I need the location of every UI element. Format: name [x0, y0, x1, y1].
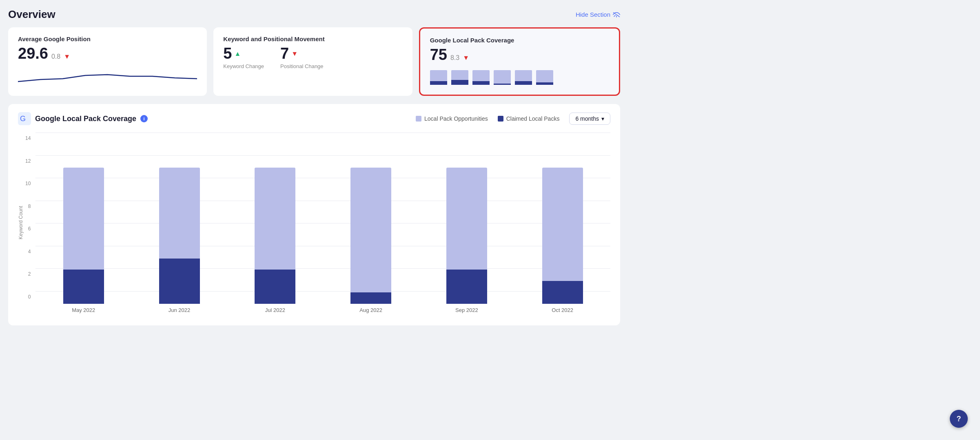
avg-google-position-card: Average Google Position 29.6 0.8 ▼ [8, 27, 207, 96]
y-axis-label: 12 [25, 157, 31, 165]
mini-bar-group [451, 70, 468, 85]
mini-bar-group [515, 70, 532, 85]
x-labels: May 2022Jun 2022Jul 2022Aug 2022Sep 2022… [35, 304, 610, 313]
bars-row [35, 133, 610, 304]
local-pack-coverage-change: 8.3 [450, 54, 459, 62]
chart-area: May 2022Jun 2022Jul 2022Aug 2022Sep 2022… [35, 133, 610, 313]
mini-bar-bottom [536, 82, 553, 85]
bar-stack [255, 168, 295, 304]
hide-icon [613, 12, 620, 18]
bar-column [323, 133, 419, 304]
chart-title: Google Local Pack Coverage [35, 115, 136, 123]
keyword-movement-title: Keyword and Positional Movement [223, 35, 402, 42]
bar-top [159, 168, 200, 259]
bar-top [350, 168, 391, 292]
mini-bars [430, 69, 609, 85]
chart-icon: G [18, 112, 31, 125]
bar-bottom [542, 281, 583, 304]
mini-bar-outer [494, 70, 511, 85]
bar-chart-container: Keyword Count 02468101214 May 2022Jun 20… [18, 133, 610, 313]
bar-top [542, 168, 583, 281]
mini-bar-bottom [515, 81, 532, 85]
positional-change-num: 7 ▼ [280, 45, 324, 62]
local-pack-coverage-value: 75 [430, 46, 447, 64]
mini-bar-top [430, 70, 447, 81]
positional-change-item: 7 ▼ Positional Change [280, 45, 324, 69]
hide-section-label: Hide Section [576, 11, 610, 18]
legend-opportunities-dot [416, 116, 421, 122]
bar-column [419, 133, 514, 304]
bar-stack [350, 168, 391, 304]
avg-google-position-change: 0.8 [51, 53, 60, 60]
x-axis-label: Sep 2022 [419, 307, 514, 313]
bar-column [131, 133, 227, 304]
bar-bottom [159, 259, 200, 304]
keyword-movement-card: Keyword and Positional Movement 5 ▲ Keyw… [213, 27, 412, 96]
y-axis-label: 8 [25, 202, 31, 210]
legend-opportunities-label: Local Pack Opportunities [424, 115, 488, 122]
legend-claimed: Claimed Local Packs [498, 115, 560, 122]
mini-bar-group [472, 70, 490, 85]
chart-inner [35, 133, 610, 304]
bar-top [446, 168, 487, 270]
positional-change-value: 7 [280, 45, 289, 62]
sparkline-svg [18, 67, 197, 88]
avg-google-position-arrow: ▼ [64, 53, 70, 60]
y-axis-label: 6 [25, 225, 31, 233]
keyword-change-item: 5 ▲ Keyword Change [223, 45, 264, 69]
keyword-change-label: Keyword Change [223, 63, 264, 69]
mini-bar-top [494, 70, 511, 84]
local-pack-coverage-arrow: ▼ [463, 54, 469, 62]
mini-bar-outer [472, 70, 490, 85]
bar-stack [446, 168, 487, 304]
keyword-movement-metrics: 5 ▲ Keyword Change 7 ▼ Positional Change [223, 45, 402, 69]
bar-bottom [350, 292, 391, 304]
cards-row: Average Google Position 29.6 0.8 ▼ Keywo… [8, 27, 620, 96]
mini-bar-bottom [430, 81, 447, 85]
info-icon[interactable]: i [140, 115, 148, 122]
y-axis-label: 10 [25, 179, 31, 188]
filter-label: 6 months [575, 115, 599, 122]
y-axis-title-container: Keyword Count [18, 133, 25, 313]
y-axis-label: 0 [25, 293, 31, 301]
bar-column [227, 133, 323, 304]
keyword-change-value: 5 [223, 45, 232, 62]
mini-bar-bottom [472, 81, 490, 85]
filter-dropdown[interactable]: 6 months ▾ [569, 113, 610, 125]
chart-legend-filter: Local Pack Opportunities Claimed Local P… [416, 113, 610, 125]
mini-bar-outer [430, 70, 447, 85]
bar-top [63, 168, 104, 270]
y-axis-title: Keyword Count [18, 206, 24, 239]
mini-bar-group [430, 70, 447, 85]
mini-bar-group [536, 70, 553, 85]
local-pack-coverage-title: Google Local Pack Coverage [430, 37, 609, 44]
keyword-change-arrow: ▲ [234, 50, 241, 57]
y-axis: 02468101214 [25, 133, 35, 313]
header-row: Overview Hide Section [8, 8, 620, 21]
y-axis-label: 4 [25, 248, 31, 256]
mini-bar-outer [515, 70, 532, 85]
y-axis-label: 14 [25, 134, 31, 142]
bar-bottom [255, 270, 295, 304]
avg-google-position-title: Average Google Position [18, 35, 197, 42]
mini-bar-top [515, 70, 532, 81]
bar-stack [63, 168, 104, 304]
chart-section: G Google Local Pack Coverage i Local Pac… [8, 104, 620, 325]
chart-title-area: G Google Local Pack Coverage i [18, 112, 148, 125]
mini-bar-top [451, 70, 468, 80]
bar-column [35, 133, 131, 304]
mini-bar-outer [451, 70, 468, 85]
chart-header: G Google Local Pack Coverage i Local Pac… [18, 112, 610, 125]
local-pack-coverage-metric: 75 8.3 ▼ [430, 46, 609, 64]
hide-section-button[interactable]: Hide Section [576, 11, 620, 18]
x-axis-label: Oct 2022 [514, 307, 610, 313]
mini-bar-bottom [451, 80, 468, 85]
legend-claimed-dot [498, 116, 503, 122]
mini-bar-group [494, 70, 511, 85]
bar-column [514, 133, 610, 304]
sparkline-area [18, 67, 197, 88]
x-axis-label: Aug 2022 [323, 307, 419, 313]
page-title: Overview [8, 8, 55, 21]
legend-opportunities: Local Pack Opportunities [416, 115, 488, 122]
chevron-down-icon: ▾ [601, 115, 604, 122]
